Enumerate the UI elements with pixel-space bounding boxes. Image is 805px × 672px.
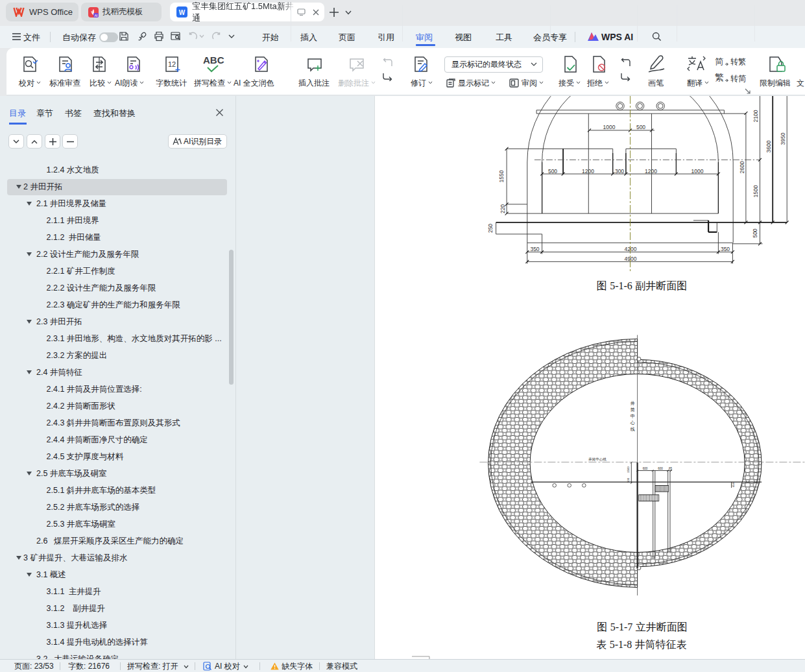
- svg-text:AI: AI: [94, 13, 98, 17]
- svg-text:繁: 繁: [715, 72, 724, 82]
- svg-text:12: 12: [168, 60, 176, 68]
- svg-text:W: W: [179, 9, 186, 16]
- svg-text:简: 简: [715, 56, 723, 66]
